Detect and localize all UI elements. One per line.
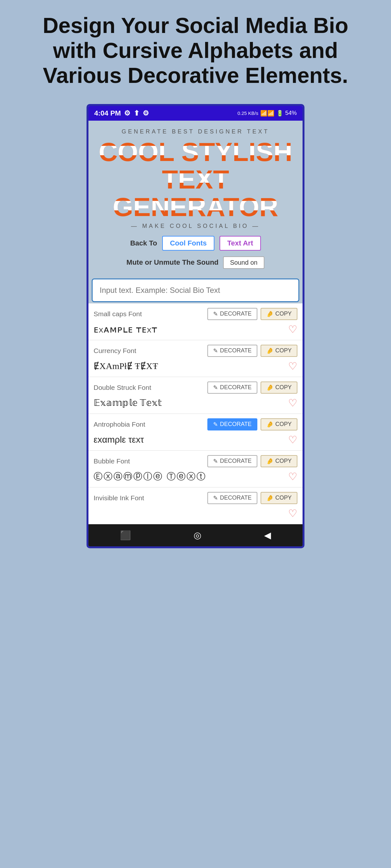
font-item-body-currency: ɆXAmPłɆ ŦɆXŦ ♡ <box>93 360 298 372</box>
sound-button[interactable]: Sound on <box>223 256 265 269</box>
status-right: 0.25 KB/s 📶📶 🔋 54% <box>238 110 297 117</box>
heart-icon-invisible[interactable]: ♡ <box>288 507 298 520</box>
heart-icon-double-struck[interactable]: ♡ <box>288 397 298 409</box>
copy-button-currency[interactable]: 🤌 COPY <box>260 345 298 357</box>
font-preview-currency: ɆXAmPłɆ ŦɆXŦ <box>93 361 285 371</box>
font-item-bubble: Bubble Font ✎ DECORATE 🤌 COPY <box>88 451 303 488</box>
decorate-label-invisible: DECORATE <box>220 495 252 501</box>
decorate-label-antrophobia: DECORATE <box>220 421 252 428</box>
font-item-body-bubble: Ⓔⓧⓐⓜⓟⓛⓔ Ⓣⓔⓧⓣ ♡ <box>93 470 298 483</box>
copy-icon-double-struck: 🤌 <box>266 384 273 391</box>
back-to-row: Back To Cool Fonts Text Art <box>93 236 298 251</box>
copy-icon-currency: 🤌 <box>266 347 273 354</box>
signal-icons: 📶📶 <box>260 110 274 117</box>
title-line-2: TEXT <box>162 166 229 193</box>
copy-button-small-caps[interactable]: 🤌 COPY <box>260 308 298 320</box>
font-item-antrophobia: Antrophobia Font ✎ DECORATE 🤌 COPY <box>88 414 303 451</box>
circle-nav-icon[interactable]: ◎ <box>194 530 201 540</box>
text-input[interactable] <box>100 286 291 295</box>
font-preview-double-struck: 𝔼𝕩𝕒𝕞𝕡𝕝𝕖 𝕋𝕖𝕩𝕥 <box>93 398 285 408</box>
font-actions-bubble: ✎ DECORATE 🤌 COPY <box>207 455 298 467</box>
font-name-invisible: Invisible Ink Font <box>93 494 144 502</box>
copy-icon: 🤌 <box>266 310 273 317</box>
decorate-button-double-struck[interactable]: ✎ DECORATE <box>207 381 257 394</box>
settings-icon: ⚙ <box>124 109 131 118</box>
font-item-header-currency: Currency Font ✎ DECORATE 🤌 COPY <box>93 345 298 357</box>
home-nav-icon[interactable]: ⬛ <box>120 530 131 540</box>
copy-button-double-struck[interactable]: 🤌 COPY <box>260 381 298 394</box>
decorate-button-antrophobia[interactable]: ✎ DECORATE <box>207 418 257 431</box>
decorate-button-currency[interactable]: ✎ DECORATE <box>207 345 257 357</box>
heart-icon-antrophobia[interactable]: ♡ <box>288 434 298 446</box>
font-name-bubble: Bubble Font <box>93 457 130 465</box>
font-item-header-double-struck: Double Struck Font ✎ DECORATE 🤌 COPY <box>93 381 298 394</box>
decorate-icon-currency: ✎ <box>213 347 218 354</box>
font-item-header-invisible: Invisible Ink Font ✎ DECORATE 🤌 COPY <box>93 492 298 504</box>
font-item-header: Small caps Font ✎ DECORATE 🤌 COPY <box>93 308 298 320</box>
page-wrapper: Design Your Social Media Bio with Cursiv… <box>0 0 391 567</box>
decorate-button-bubble[interactable]: ✎ DECORATE <box>207 455 257 467</box>
font-item-body-antrophobia: εxαmρlε τεxτ ♡ <box>93 434 298 446</box>
input-wrapper <box>92 278 299 302</box>
font-item-body-invisible: ♡ <box>93 507 298 520</box>
copy-icon-bubble: 🤌 <box>266 458 273 465</box>
app-content: GENERATE BEST DESIGNER TEXT COOL STYLISH… <box>88 121 303 524</box>
font-actions-invisible: ✎ DECORATE 🤌 COPY <box>207 492 298 504</box>
heart-icon-currency[interactable]: ♡ <box>288 360 298 372</box>
font-item-body: ᴇxᴀᴍᴘʟᴇ ᴛᴇxᴛ ♡ <box>93 323 298 335</box>
decorate-icon-antrophobia: ✎ <box>213 421 218 428</box>
cool-fonts-button[interactable]: Cool Fonts <box>162 236 215 251</box>
heart-icon-bubble[interactable]: ♡ <box>288 470 298 483</box>
back-to-label: Back To <box>130 239 157 247</box>
big-title-block: COOL STYLISH TEXT GENERATOR <box>93 138 298 221</box>
font-preview-antrophobia: εxαmρlε τεxτ <box>93 435 285 445</box>
back-nav-icon[interactable]: ◀ <box>264 530 271 540</box>
gear-icon: ⚙ <box>143 109 149 118</box>
title-line-3: GENERATOR <box>113 193 278 221</box>
font-list: Small caps Font ✎ DECORATE 🤌 COPY <box>88 303 303 524</box>
font-name-double-struck: Double Struck Font <box>93 384 151 392</box>
font-preview-bubble: Ⓔⓧⓐⓜⓟⓛⓔ Ⓣⓔⓧⓣ <box>93 470 285 483</box>
header-tagline: — MAKE COOL SOCIAL BIO — <box>93 223 298 229</box>
font-item-small-caps: Small caps Font ✎ DECORATE 🤌 COPY <box>88 303 303 340</box>
copy-label-currency: COPY <box>275 347 291 354</box>
font-actions-double-struck: ✎ DECORATE 🤌 COPY <box>207 381 298 394</box>
heart-icon-small-caps[interactable]: ♡ <box>288 323 298 335</box>
status-time: 4:04 PM <box>94 109 121 118</box>
decorate-icon: ✎ <box>213 310 218 317</box>
font-item-invisible-ink: Invisible Ink Font ✎ DECORATE 🤌 COPY <box>88 488 303 524</box>
decorate-label-currency: DECORATE <box>220 347 252 354</box>
font-item-body-double-struck: 𝔼𝕩𝕒𝕞𝕡𝕝𝕖 𝕋𝕖𝕩𝕥 ♡ <box>93 397 298 409</box>
font-name-small-caps: Small caps Font <box>93 310 142 318</box>
app-header: GENERATE BEST DESIGNER TEXT COOL STYLISH… <box>88 121 303 278</box>
copy-button-bubble[interactable]: 🤌 COPY <box>260 455 298 467</box>
copy-button-invisible[interactable]: 🤌 COPY <box>260 492 298 504</box>
status-left: 4:04 PM ⚙ ⬆ ⚙ <box>94 109 149 118</box>
decorate-label-bubble: DECORATE <box>220 458 252 464</box>
copy-label-antrophobia: COPY <box>275 421 291 428</box>
font-name-currency: Currency Font <box>93 347 136 354</box>
mute-row: Mute or Unmute The Sound Sound on <box>93 256 298 269</box>
copy-icon-antrophobia: 🤌 <box>266 421 273 428</box>
page-headline: Design Your Social Media Bio with Cursiv… <box>19 13 372 88</box>
battery-percent: 54% <box>285 110 297 117</box>
decorate-icon-double-struck: ✎ <box>213 384 218 391</box>
copy-button-antrophobia[interactable]: 🤌 COPY <box>260 418 298 431</box>
copy-label-double-struck: COPY <box>275 384 291 391</box>
copy-label: COPY <box>275 310 291 317</box>
font-item-header-antrophobia: Antrophobia Font ✎ DECORATE 🤌 COPY <box>93 418 298 431</box>
title-line-1: COOL STYLISH <box>99 138 292 166</box>
bottom-nav: ⬛ ◎ ◀ <box>88 524 303 546</box>
decorate-button-invisible[interactable]: ✎ DECORATE <box>207 492 257 504</box>
font-actions-antrophobia: ✎ DECORATE 🤌 COPY <box>207 418 298 431</box>
font-item-double-struck: Double Struck Font ✎ DECORATE 🤌 COPY <box>88 377 303 414</box>
font-preview-small-caps: ᴇxᴀᴍᴘʟᴇ ᴛᴇxᴛ <box>93 323 285 335</box>
text-art-button[interactable]: Text Art <box>220 236 261 251</box>
data-speed: 0.25 KB/s <box>238 111 258 116</box>
decorate-button-small-caps[interactable]: ✎ DECORATE <box>207 308 257 320</box>
font-name-antrophobia: Antrophobia Font <box>93 421 145 428</box>
decorate-label-double-struck: DECORATE <box>220 384 252 391</box>
font-actions: ✎ DECORATE 🤌 COPY <box>207 308 298 320</box>
copy-label-invisible: COPY <box>275 495 291 501</box>
header-subtitle: GENERATE BEST DESIGNER TEXT <box>93 128 298 135</box>
